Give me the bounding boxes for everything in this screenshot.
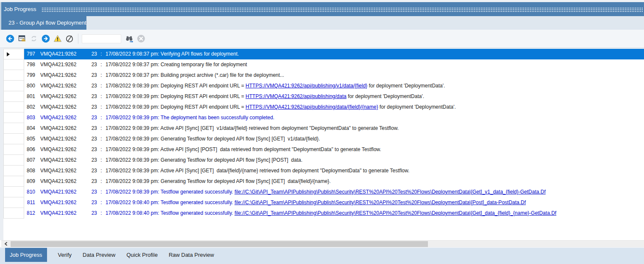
- log-link[interactable]: HTTPS://VMQA421:9262/api/publishing/v1/d…: [246, 83, 368, 89]
- row-colon: :: [97, 176, 105, 187]
- row-body: 808 VMQA421:9262 23 : 17/08/2022 9:08:39…: [24, 166, 644, 176]
- row-body: 810 VMQA421:9262 23 : 17/08/2022 9:08:39…: [24, 187, 644, 197]
- row-host: VMQA421:9262: [40, 166, 90, 176]
- row-number: 803: [24, 112, 35, 123]
- log-link[interactable]: HTTPS://VMQA421:9262/api/publishing/data: [246, 93, 347, 99]
- bottom-tab-job-progress[interactable]: Job Progress: [5, 248, 47, 262]
- panel-left-edge: [0, 2, 1, 30]
- row-selector-cell[interactable]: [3, 208, 24, 219]
- row-colon: :: [97, 144, 105, 155]
- row-selector-cell[interactable]: [3, 112, 24, 123]
- log-row[interactable]: 799 VMQA421:9262 23 : 17/08/2022 9:08:37…: [0, 70, 644, 81]
- row-number: 799: [24, 70, 35, 81]
- row-selector-cell[interactable]: [3, 166, 24, 176]
- horizontal-scrollbar[interactable]: [1, 240, 644, 247]
- log-link[interactable]: HTTPS://VMQA421:9262/api/publishing/data…: [246, 104, 378, 110]
- row-colon: :: [97, 102, 105, 112]
- row-number: 809: [24, 176, 35, 187]
- row-number: 811: [24, 197, 35, 208]
- scrollbar-thumb[interactable]: [11, 241, 428, 247]
- log-rows: 797 VMQA421:9262 23 : 17/08/2022 9:08:37…: [0, 49, 644, 219]
- forward-icon[interactable]: [42, 34, 50, 43]
- dotted-texture: [42, 7, 643, 12]
- log-row[interactable]: 808 VMQA421:9262 23 : 17/08/2022 9:08:39…: [0, 166, 644, 176]
- row-selector-cell[interactable]: [3, 197, 24, 208]
- row-selector-cell[interactable]: [3, 49, 24, 59]
- row-number: 797: [24, 49, 35, 59]
- log-row[interactable]: 809 VMQA421:9262 23 : 17/08/2022 9:08:39…: [0, 176, 644, 187]
- cancel-search-icon[interactable]: [137, 34, 145, 43]
- row-body: 807 VMQA421:9262 23 : 17/08/2022 9:08:39…: [24, 155, 644, 166]
- row-number: 808: [24, 166, 35, 176]
- row-selector-cell[interactable]: [3, 70, 24, 81]
- row-number: 807: [24, 155, 35, 166]
- row-message: 17/08/2022 9:08:39 pm: Testflow generate…: [105, 187, 644, 197]
- log-row[interactable]: 798 VMQA421:9262 23 : 17/08/2022 9:08:37…: [0, 59, 644, 70]
- bottom-tab-quick-profile[interactable]: Quick Profile: [126, 248, 158, 262]
- search-input[interactable]: [82, 34, 121, 43]
- find-icon[interactable]: [125, 34, 133, 43]
- suppress-messages-icon[interactable]: [65, 34, 74, 43]
- row-number: 806: [24, 144, 35, 155]
- row-selector-cell[interactable]: [3, 123, 24, 134]
- log-link[interactable]: file://C:\Git\API_Team\APIPublishing\Pub…: [234, 210, 556, 216]
- row-message: 17/08/2022 9:08:40 pm: Testflow generate…: [105, 197, 644, 208]
- row-colon: :: [97, 134, 105, 144]
- row-selector-cell[interactable]: [3, 91, 24, 102]
- back-icon[interactable]: [6, 34, 14, 43]
- refresh-icon[interactable]: [30, 34, 38, 43]
- row-selector-cell[interactable]: [3, 81, 24, 91]
- show-report-icon[interactable]: [18, 34, 26, 43]
- row-host: VMQA421:9262: [40, 134, 90, 144]
- row-number: 810: [24, 187, 35, 197]
- log-row[interactable]: 811 VMQA421:9262 23 : 17/08/2022 9:08:40…: [0, 197, 644, 208]
- tab-job-23[interactable]: 23 - Group Api flow Deployment: [1, 16, 86, 30]
- row-message: 17/08/2022 9:08:37 pm: Verifying API flo…: [105, 49, 644, 59]
- row-selector-cell[interactable]: [3, 59, 24, 70]
- row-job-id: 23: [90, 134, 97, 144]
- row-host: VMQA421:9262: [40, 59, 90, 70]
- log-row[interactable]: 802 VMQA421:9262 23 : 17/08/2022 9:08:39…: [0, 102, 644, 112]
- row-job-id: 23: [90, 155, 97, 166]
- row-selector-cell[interactable]: [3, 134, 24, 144]
- row-selector-cell[interactable]: [3, 176, 24, 187]
- log-row[interactable]: 805 VMQA421:9262 23 : 17/08/2022 9:08:39…: [0, 134, 644, 144]
- row-host: VMQA421:9262: [40, 91, 90, 102]
- row-host: VMQA421:9262: [40, 81, 90, 91]
- warning-icon[interactable]: [53, 34, 62, 43]
- log-row[interactable]: 804 VMQA421:9262 23 : 17/08/2022 9:08:39…: [0, 123, 644, 134]
- row-selector-cell[interactable]: [3, 155, 24, 166]
- log-link[interactable]: file://C:\Git\API_Team\APIPublishing\Pub…: [234, 199, 526, 205]
- row-host: VMQA421:9262: [40, 197, 90, 208]
- row-selector-cell[interactable]: [3, 102, 24, 112]
- row-colon: :: [97, 123, 105, 134]
- log-row[interactable]: 800 VMQA421:9262 23 : 17/08/2022 9:08:39…: [0, 81, 644, 91]
- log-row[interactable]: 810 VMQA421:9262 23 : 17/08/2022 9:08:39…: [0, 187, 644, 197]
- row-colon: :: [97, 70, 105, 81]
- log-row[interactable]: 803 VMQA421:9262 23 : 17/08/2022 9:08:39…: [0, 112, 644, 123]
- row-colon: :: [97, 187, 105, 197]
- bottom-tab-data-preview[interactable]: Data Preview: [83, 248, 115, 262]
- log-link[interactable]: file://C:\Git\API_Team\APIPublishing\Pub…: [234, 189, 545, 195]
- log-row[interactable]: 807 VMQA421:9262 23 : 17/08/2022 9:08:39…: [0, 155, 644, 166]
- row-selector-cell[interactable]: [3, 187, 24, 197]
- log-row[interactable]: 797 VMQA421:9262 23 : 17/08/2022 9:08:37…: [0, 49, 644, 59]
- bottom-tab-verify[interactable]: Verify: [58, 248, 72, 262]
- log-row[interactable]: 806 VMQA421:9262 23 : 17/08/2022 9:08:39…: [0, 144, 644, 155]
- scroll-left-button[interactable]: [1, 241, 11, 247]
- row-host: VMQA421:9262: [40, 49, 90, 59]
- row-body: 798 VMQA421:9262 23 : 17/08/2022 9:08:37…: [24, 59, 644, 70]
- row-selector-cell[interactable]: [3, 144, 24, 155]
- row-job-id: 23: [90, 187, 97, 197]
- row-message: 17/08/2022 9:08:39 pm: Active API [Sync]…: [105, 144, 644, 155]
- row-message: 17/08/2022 9:08:39 pm: Deploying REST AP…: [105, 91, 644, 102]
- log-row[interactable]: 812 VMQA421:9262 23 : 17/08/2022 9:08:40…: [0, 208, 644, 219]
- row-colon: :: [97, 91, 105, 102]
- log-row[interactable]: 801 VMQA421:9262 23 : 17/08/2022 9:08:39…: [0, 91, 644, 102]
- bottom-tab-raw-data-preview[interactable]: Raw Data Preview: [169, 248, 214, 262]
- row-job-id: 23: [90, 123, 97, 134]
- toolbar-separator: [78, 34, 78, 44]
- row-body: 806 VMQA421:9262 23 : 17/08/2022 9:08:39…: [24, 144, 644, 155]
- row-body: 800 VMQA421:9262 23 : 17/08/2022 9:08:39…: [24, 81, 644, 91]
- row-host: VMQA421:9262: [40, 176, 90, 187]
